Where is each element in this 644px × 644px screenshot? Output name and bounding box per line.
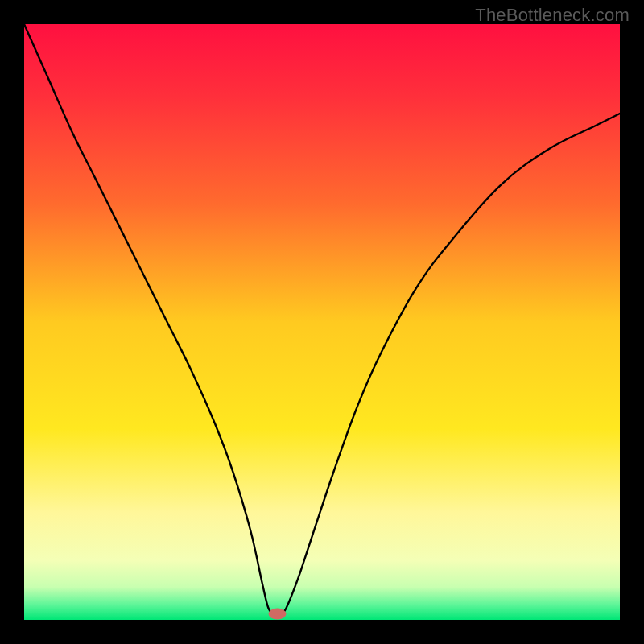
- minimum-marker: [269, 609, 287, 620]
- watermark-text: TheBottleneck.com: [475, 5, 630, 26]
- chart-frame: TheBottleneck.com: [0, 0, 644, 644]
- plot-area: [24, 24, 620, 620]
- gradient-background: [24, 24, 620, 620]
- chart-svg: [24, 24, 620, 620]
